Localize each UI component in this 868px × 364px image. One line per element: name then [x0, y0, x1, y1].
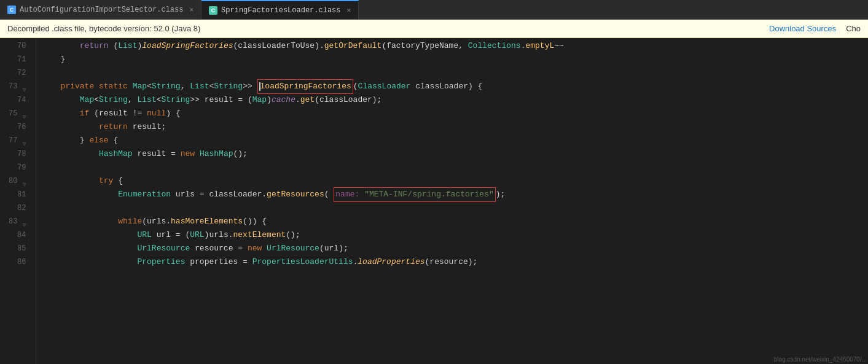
fold-arrow-73[interactable]: ▽ — [20, 83, 26, 90]
tab-icon-green: C — [209, 6, 217, 15]
info-bar: Decompiled .class file, bytecode version… — [0, 20, 868, 38]
highlight-meta-inf: name: "META-INF/spring.factories" — [334, 187, 495, 202]
fold-arrow-83[interactable]: ▽ — [20, 219, 26, 225]
line-number-gutter: 70 71 72 73 ▽ 74 75 ▽ 76 77 — [0, 38, 36, 364]
code-area: 70 71 72 73 ▽ 74 75 ▽ 76 77 — [0, 38, 868, 364]
tab-bar: C AutoConfigurationImportSelector.class … — [0, 0, 868, 20]
code-line-77: } else { — [36, 134, 868, 147]
code-line-75: if (result != null) { — [36, 107, 868, 120]
decompiled-info: Decompiled .class file, bytecode version… — [7, 24, 200, 33]
watermark: blog.csdn.net/weixin_42460070/... — [774, 356, 867, 363]
breakpoint-72 — [9, 70, 15, 76]
code-line-82 — [36, 201, 868, 215]
gutter-line-72: 72 — [0, 66, 29, 80]
code-line-83: while(urls.hasMoreElements()) { — [36, 215, 868, 228]
choose-text: Cho — [846, 24, 861, 33]
tab-close-spring-factories[interactable]: ✕ — [347, 6, 351, 14]
tab-label-spring-factories: SpringFactoriesLoader.class — [221, 6, 340, 15]
breakpoint-74 — [9, 97, 15, 103]
gutter-line-78: 78 — [0, 147, 29, 161]
breakpoint-75 — [0, 110, 6, 117]
breakpoint-76 — [9, 124, 15, 130]
fold-arrow-75[interactable]: ▽ — [20, 110, 26, 117]
code-line-76: return result; — [36, 120, 868, 134]
code-line-74: Map<String, List<String>> result = (Map)… — [36, 93, 868, 107]
gutter-line-81: 81 — [0, 188, 29, 201]
gutter-line-71: 71 — [0, 53, 29, 66]
tab-auto-config[interactable]: C AutoConfigurationImportSelector.class … — [0, 0, 201, 19]
fold-arrow-80[interactable]: ▽ — [20, 178, 26, 184]
gutter-line-82: 82 — [0, 201, 29, 215]
gutter-line-86: 86 — [0, 255, 29, 269]
tab-label-auto-config: AutoConfigurationImportSelector.class — [20, 6, 183, 14]
code-line-86: Properties properties = PropertiesLoader… — [36, 255, 868, 269]
breakpoint-86 — [9, 259, 15, 265]
breakpoint-83 — [0, 219, 6, 225]
tab-close-auto-config[interactable]: ✕ — [189, 6, 194, 14]
breakpoint-81 — [9, 192, 15, 198]
code-lines: return (List)loadSpringFactories(classLo… — [36, 38, 868, 364]
code-line-78: HashMap result = new HashMap(); — [36, 147, 868, 161]
gutter-line-79: 79 — [0, 161, 29, 174]
gutter-line-76: 76 — [0, 120, 29, 134]
code-line-70: return (List)loadSpringFactories(classLo… — [36, 39, 868, 53]
code-line-73: private static Map<String, List<String>>… — [36, 80, 868, 93]
highlight-load-spring-factories: loadSpringFactories — [257, 79, 353, 94]
breakpoint-70 — [9, 43, 15, 49]
gutter-line-74: 74 — [0, 93, 29, 107]
gutter-line-73: 73 ▽ — [0, 80, 29, 93]
tab-icon-blue: C — [7, 6, 16, 14]
code-line-72 — [36, 66, 868, 80]
gutter-line-70: 70 — [0, 39, 29, 53]
breakpoint-71 — [9, 56, 15, 63]
gutter-line-80: 80 ▽ — [0, 174, 29, 188]
gutter-line-85: 85 — [0, 242, 29, 255]
breakpoint-73 — [0, 83, 6, 90]
download-sources-link[interactable]: Download Sources — [769, 24, 836, 33]
breakpoint-82 — [9, 205, 15, 211]
code-line-71: } — [36, 53, 868, 66]
gutter-line-83: 83 ▽ — [0, 215, 29, 228]
gutter-line-84: 84 — [0, 228, 29, 242]
breakpoint-77 — [0, 137, 6, 144]
gutter-line-75: 75 ▽ — [0, 107, 29, 120]
gutter-line-77: 77 ▽ — [0, 134, 29, 147]
fold-arrow-77[interactable]: ▽ — [20, 137, 26, 144]
breakpoint-84 — [9, 232, 15, 238]
code-line-85: UrlResource resource = new UrlResource(u… — [36, 242, 868, 255]
code-line-80: try { — [36, 174, 868, 188]
breakpoint-80 — [0, 178, 6, 184]
code-line-84: URL url = (URL)urls.nextElement(); — [36, 228, 868, 242]
breakpoint-78 — [9, 151, 15, 157]
breakpoint-79 — [9, 165, 15, 171]
info-bar-right: Download Sources Cho — [769, 24, 861, 33]
tab-spring-factories[interactable]: C SpringFactoriesLoader.class ✕ — [201, 0, 359, 19]
breakpoint-85 — [9, 246, 15, 252]
code-line-79 — [36, 161, 868, 174]
code-line-81: Enumeration urls = classLoader.getResour… — [36, 188, 868, 201]
